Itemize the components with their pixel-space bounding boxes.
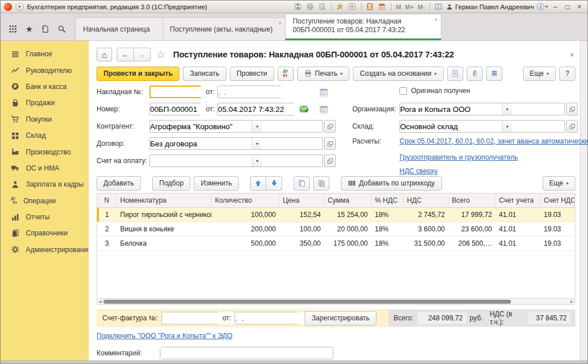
sidebar-item-main[interactable]: Главное (1, 46, 88, 62)
vertical-scrollbar[interactable] (580, 41, 587, 361)
register-invoice-button[interactable]: Зарегистрировать (305, 311, 376, 326)
reports-button[interactable] (486, 67, 502, 81)
sidebar-item-directories[interactable]: Справочники (1, 225, 88, 241)
table-cell[interactable]: 1 (97, 208, 117, 222)
close-window-button[interactable]: × (575, 3, 584, 11)
save-button[interactable]: Записать (183, 67, 226, 81)
sidebar-item-production[interactable]: Производство (1, 144, 88, 160)
table-cell[interactable]: Пирог тирольский с черникой (117, 208, 212, 222)
print-icon[interactable] (306, 2, 315, 11)
invoice-date-input[interactable] (235, 312, 298, 324)
table-cell[interactable]: 15 254,00 (324, 208, 371, 222)
sidebar-item-manager[interactable]: Руководителю (1, 62, 88, 78)
column-header[interactable]: Цена (279, 193, 324, 208)
favorite-star-icon[interactable]: ☆ (156, 49, 165, 61)
table-cell[interactable]: 41.01 (495, 208, 540, 222)
history-icon[interactable] (41, 25, 49, 33)
table-cell[interactable]: 23 600,00 (448, 222, 495, 237)
table-row[interactable]: 3 Белочка 500,000 350,00 175 000,00 18% … (97, 237, 575, 251)
back-button[interactable]: ← (117, 48, 134, 61)
calendar-icon[interactable]: 31 (378, 2, 387, 11)
current-user[interactable]: Герман Павел Андреевич (446, 3, 534, 10)
tab-home[interactable]: Начальная страница (75, 17, 163, 40)
info-menu-button[interactable]: i ▾ (537, 3, 548, 10)
tab-goods-receipt-document[interactable]: Поступление товаров: Накладная 00БП-0000… (285, 14, 441, 40)
payment-account-input[interactable]: ▾ (149, 154, 323, 167)
table-cell[interactable]: 18% (371, 208, 403, 222)
forward-button[interactable]: → (134, 48, 151, 61)
open-warehouse-button[interactable] (566, 120, 578, 133)
add-row-button[interactable]: Добавить (97, 176, 141, 191)
memory-plus-button[interactable]: M+ (405, 3, 414, 10)
search-icon[interactable] (57, 25, 66, 33)
original-received-checkbox[interactable] (399, 87, 407, 95)
table-cell[interactable]: Вишня в коньяке (117, 222, 212, 237)
chevron-down-icon[interactable]: ▾ (502, 103, 512, 115)
add-by-barcode-button[interactable]: Добавить по штрихкоду (341, 176, 441, 191)
show-postings-button[interactable]: ДтКт (278, 67, 294, 81)
more-button[interactable]: Еще ▾ (523, 67, 556, 81)
table-cell[interactable]: 100,00 (279, 222, 324, 237)
open-contract-button[interactable] (324, 137, 336, 150)
column-header[interactable]: Всего (448, 193, 495, 208)
warehouse-input[interactable]: ▾ (399, 120, 565, 133)
horizontal-scrollbar[interactable]: ◂ ▸ (97, 298, 575, 304)
connect-edo-link[interactable]: Подключить "ООО "Рога и Копыта"" к ЭДО (97, 332, 232, 340)
chevron-down-icon[interactable]: ▾ (502, 121, 512, 132)
column-header[interactable]: Счет НДС (540, 193, 575, 208)
help-button[interactable]: ? (559, 67, 575, 81)
home-button[interactable]: ⌂ (97, 48, 112, 61)
related-documents-button[interactable] (447, 67, 463, 81)
column-header[interactable]: НДС (403, 193, 448, 208)
post-button[interactable]: Провести (230, 67, 274, 81)
table-cell[interactable]: 350,00 (279, 237, 324, 251)
sidebar-item-warehouse[interactable]: Склад (1, 127, 88, 144)
minimize-button[interactable]: – (551, 3, 560, 11)
close-tab-icon[interactable]: × (434, 17, 437, 24)
contract-input[interactable]: ▾ (149, 137, 323, 150)
post-and-close-button[interactable]: Провести и закрыть (97, 67, 179, 81)
comment-input[interactable] (160, 347, 333, 359)
window-menu-icon[interactable]: ▼ (16, 3, 24, 11)
favorites-icon[interactable] (348, 2, 357, 11)
sidebar-item-reports[interactable]: Отчеты (1, 209, 88, 225)
column-header[interactable]: % НДС (371, 193, 403, 208)
settlements-link[interactable]: Срок 05.04.2017, 60.01, 60.02, зачет ава… (399, 137, 588, 145)
table-cell[interactable]: 2 (97, 222, 117, 237)
table-cell[interactable]: 206 500,… (448, 237, 495, 251)
column-header[interactable]: Сумма (324, 193, 371, 208)
table-cell[interactable]: 100,000 (212, 208, 279, 222)
sidebar-item-payroll-hr[interactable]: Зарплата и кадры (1, 176, 88, 192)
number-input[interactable] (149, 103, 201, 115)
scroll-right-icon[interactable]: ▸ (570, 299, 573, 304)
organization-input[interactable]: ▾ (399, 103, 565, 115)
table-cell[interactable]: 500,000 (212, 237, 279, 251)
tab-receipts-list[interactable]: Поступление (акты, накладные) × (163, 17, 286, 40)
table-cell[interactable]: 31 500,00 (403, 237, 448, 251)
sidebar-item-purchases[interactable]: Покупки (1, 111, 88, 127)
calendar-icon[interactable] (320, 103, 328, 115)
counterparty-input[interactable]: ▾ (149, 120, 323, 133)
table-cell[interactable]: Белочка (117, 237, 212, 251)
open-organization-button[interactable] (566, 103, 578, 115)
shipper-consignee-link[interactable]: Грузоотправитель и грузополучатель (399, 153, 518, 161)
table-row[interactable]: 2 Вишня в коньяке 200,000 100,00 20 000,… (97, 222, 575, 237)
move-up-button[interactable] (250, 176, 266, 191)
sidebar-item-administration[interactable]: Администрирование (1, 242, 88, 258)
table-cell[interactable]: 19.03 (540, 222, 575, 237)
scroll-left-icon[interactable]: ◂ (99, 299, 102, 304)
invoice-date-input[interactable] (217, 86, 282, 98)
table-cell[interactable]: 20 000,00 (324, 222, 371, 237)
sidebar-item-sales[interactable]: Продажи (1, 95, 88, 111)
open-payment-account-button[interactable] (324, 154, 336, 167)
chevron-down-icon[interactable]: ▾ (252, 155, 262, 166)
split-window-icon[interactable] (434, 2, 443, 11)
calendar-icon[interactable] (320, 86, 328, 98)
invoice-number-input[interactable] (162, 312, 219, 324)
edo-status-icon[interactable] (299, 105, 309, 113)
calculator-icon[interactable] (366, 2, 375, 11)
table-cell[interactable]: 175 000,00 (324, 237, 371, 251)
table-cell[interactable]: 3 (97, 237, 117, 251)
open-counterparty-button[interactable] (324, 120, 336, 133)
print-button[interactable]: Печать ▾ (297, 67, 349, 81)
